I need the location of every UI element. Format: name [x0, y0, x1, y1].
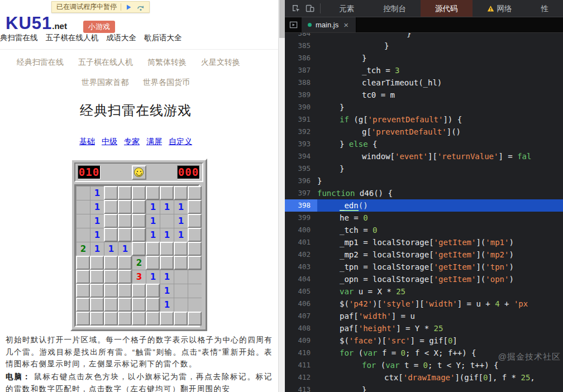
code-line[interactable]: 408paf['height'] = Y * 25: [285, 322, 563, 334]
devtools-tab-performance[interactable]: 性: [527, 0, 563, 17]
code-line[interactable]: 410for (var f = 0; f < X; f++) {: [285, 347, 563, 359]
mine-cell-open[interactable]: [76, 186, 90, 200]
line-number[interactable]: 389: [285, 89, 317, 101]
line-number[interactable]: 390: [285, 101, 317, 113]
mine-cell-hidden[interactable]: [118, 200, 132, 214]
code-line[interactable]: 406$('p42')['style']['width'] = u + 4 + …: [285, 298, 563, 310]
code-line[interactable]: 391if (g['preventDefault']) {: [285, 113, 563, 126]
difficulty-link[interactable]: 基础: [79, 137, 95, 147]
mine-cell-hidden[interactable]: [104, 200, 118, 214]
mine-cell-hidden[interactable]: [146, 186, 160, 200]
mine-cell-hidden[interactable]: [118, 256, 132, 270]
mine-cell-hidden[interactable]: [104, 270, 118, 284]
line-number[interactable]: 397: [285, 187, 317, 199]
line-number[interactable]: 393: [285, 138, 317, 150]
mine-cell-hidden[interactable]: [76, 312, 90, 326]
code-line[interactable]: 384}: [285, 33, 563, 40]
mine-cell-hidden[interactable]: [104, 298, 118, 312]
mine-cell-hidden[interactable]: [174, 312, 188, 326]
line-number[interactable]: 406: [285, 298, 317, 310]
mine-cell-hidden[interactable]: [104, 214, 118, 228]
mine-cell-hidden[interactable]: [132, 214, 146, 228]
code-line[interactable]: 388clearTimeout(_hl): [285, 77, 563, 89]
mine-cell-open[interactable]: [188, 298, 202, 312]
mine-cell-open[interactable]: 1: [118, 242, 132, 256]
code-line[interactable]: 400_tch = 0: [285, 224, 563, 236]
mine-cell-hidden[interactable]: [146, 312, 160, 326]
site-logo[interactable]: KU51.net: [6, 13, 67, 34]
mine-cell-open[interactable]: 1: [160, 200, 174, 214]
difficulty-link[interactable]: 自定义: [169, 137, 192, 147]
mine-cell-hidden[interactable]: [90, 284, 104, 298]
mine-cell-hidden[interactable]: [188, 256, 202, 270]
code-line[interactable]: 389tc0 = m: [285, 89, 563, 101]
scrollbar-thumb[interactable]: [279, 0, 285, 38]
mine-cell-open[interactable]: 3: [132, 270, 146, 284]
file-tab-mainjs[interactable]: main.js ×: [302, 17, 356, 32]
mine-cell-hidden[interactable]: [132, 284, 146, 298]
mine-cell-hidden[interactable]: [174, 256, 188, 270]
inspect-element-button[interactable]: [290, 2, 302, 15]
mine-cell-hidden[interactable]: [104, 186, 118, 200]
code-line[interactable]: 412ctx['drawImage'](gif[0], f * 25,: [285, 371, 563, 384]
nav-link-secondary[interactable]: 五子棋在线人机: [78, 58, 133, 68]
mine-cell-hidden[interactable]: [76, 284, 90, 298]
nav-link-secondary[interactable]: 火星文转换: [201, 58, 240, 68]
smiley-reset-button[interactable]: [132, 165, 146, 180]
difficulty-link[interactable]: 中级: [102, 137, 117, 147]
line-number[interactable]: 384: [285, 33, 317, 40]
line-number[interactable]: 408: [285, 322, 317, 334]
mine-cell-open[interactable]: 1: [160, 228, 174, 242]
mine-cell-hidden[interactable]: [188, 242, 202, 256]
resume-script-button[interactable]: [125, 3, 133, 11]
devtools-tab-elements[interactable]: 元素: [325, 0, 369, 17]
line-number[interactable]: 410: [285, 347, 317, 359]
mine-cell-hidden[interactable]: [160, 242, 174, 256]
code-line[interactable]: 394window['event']['returnValue'] = fal: [285, 150, 563, 162]
mine-cell-open[interactable]: 1: [146, 214, 160, 228]
mine-cell-hidden[interactable]: [118, 214, 132, 228]
difficulty-link[interactable]: 专家: [124, 137, 140, 147]
code-line-paused[interactable]: 398_edn(): [285, 199, 563, 212]
mine-cell-hidden[interactable]: [146, 242, 160, 256]
mine-cell-open[interactable]: [160, 214, 174, 228]
code-line[interactable]: 390}: [285, 101, 563, 113]
mine-cell-open[interactable]: [174, 298, 188, 312]
nav-link-tertiary[interactable]: 世界国家首都: [82, 78, 128, 88]
mine-cell-open[interactable]: 1: [174, 214, 188, 228]
code-line[interactable]: 385}: [285, 40, 563, 52]
line-number[interactable]: 402: [285, 248, 317, 261]
code-line[interactable]: 397function d46() {: [285, 187, 563, 199]
line-number[interactable]: 386: [285, 52, 317, 64]
mine-cell-open[interactable]: 1: [160, 270, 174, 284]
code-line[interactable]: 393} else {: [285, 138, 563, 150]
line-number[interactable]: 391: [285, 113, 317, 126]
mine-cell-open[interactable]: [76, 214, 90, 228]
mine-cell-hidden[interactable]: [174, 242, 188, 256]
mine-cell-hidden[interactable]: [132, 298, 146, 312]
mine-cell-hidden[interactable]: [118, 228, 132, 242]
line-number[interactable]: 394: [285, 150, 317, 162]
line-number[interactable]: 401: [285, 236, 317, 248]
nav-link-secondary[interactable]: 经典扫雷在线: [17, 58, 64, 68]
mine-cell-open[interactable]: 2: [132, 256, 146, 270]
line-number[interactable]: 399: [285, 212, 317, 224]
mine-cell-open[interactable]: 2: [76, 242, 90, 256]
mine-cell-hidden[interactable]: [132, 186, 146, 200]
code-line[interactable]: 395}: [285, 162, 563, 175]
mine-cell-hidden[interactable]: [76, 256, 90, 270]
mine-cell-hidden[interactable]: [104, 312, 118, 326]
device-toolbar-button[interactable]: [304, 2, 316, 15]
mine-cell-hidden[interactable]: [188, 228, 202, 242]
step-over-button[interactable]: [137, 3, 145, 11]
mine-cell-open[interactable]: [188, 270, 202, 284]
nav-link[interactable]: 五子棋在线人机: [46, 33, 99, 43]
mine-cell-hidden[interactable]: [188, 200, 202, 214]
line-number[interactable]: 392: [285, 126, 317, 138]
nav-link[interactable]: 典扫雷在线: [0, 33, 38, 43]
mine-cell-hidden[interactable]: [90, 298, 104, 312]
mine-cell-hidden[interactable]: [90, 270, 104, 284]
mine-cell-hidden[interactable]: [146, 284, 160, 298]
mine-cell-hidden[interactable]: [76, 270, 90, 284]
mine-cell-hidden[interactable]: [104, 228, 118, 242]
